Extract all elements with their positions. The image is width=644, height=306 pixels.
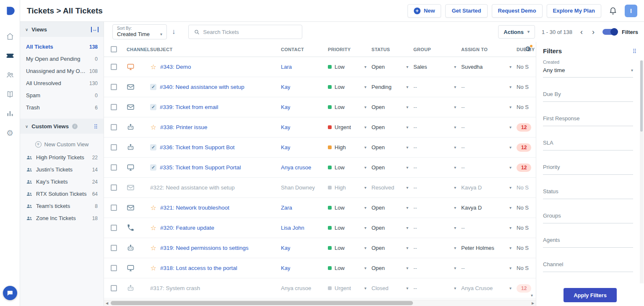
scroll-left-icon[interactable]	[104, 301, 110, 305]
ticket-subject-link[interactable]: #320: Feature update	[160, 225, 214, 231]
priority-dropdown[interactable]: Low	[328, 104, 371, 110]
contact-link[interactable]: Anya crusoe	[281, 285, 311, 291]
drag-grid-icon[interactable]	[632, 48, 637, 54]
check-icon[interactable]	[150, 84, 156, 90]
priority-dropdown[interactable]: Low	[328, 84, 371, 90]
contact-link[interactable]: Lisa John	[281, 225, 304, 231]
filter-created-dropdown[interactable]: Created Any time	[543, 60, 633, 78]
sidebar-custom-view-item[interactable]: RTX Solution Tickets 64	[20, 188, 104, 200]
ticket-subject-link[interactable]: #318: Lost access to the portal	[160, 265, 237, 271]
contact-link[interactable]: Kay	[281, 265, 290, 271]
user-avatar[interactable]: I	[625, 5, 637, 17]
priority-dropdown[interactable]: Low	[328, 164, 371, 171]
sidebar-custom-view-item[interactable]: Justin's Tickets 14	[20, 163, 104, 176]
contacts-icon[interactable]	[5, 70, 15, 80]
new-ticket-button[interactable]: New	[408, 4, 441, 18]
sidebar-custom-view-item[interactable]: Team's tickets 8	[20, 200, 104, 212]
header-subject[interactable]: SUBJECT	[150, 47, 281, 52]
header-status[interactable]: STATUS	[371, 47, 413, 52]
table-row[interactable]: #318: Lost access to the portal Kay Low …	[104, 258, 536, 278]
filter-field[interactable]: SLA	[543, 126, 633, 150]
group-dropdown[interactable]: --	[413, 205, 461, 211]
sidebar-custom-view-item[interactable]: Kay's Tickets 24	[20, 176, 104, 188]
table-row[interactable]: #319: Need permissions to settings Kay L…	[104, 238, 536, 258]
explore-plan-button[interactable]: Explore My Plan	[547, 4, 601, 18]
table-row[interactable]: #317: System crash Anya crusoe Urgent Cl…	[104, 278, 536, 298]
priority-dropdown[interactable]: Low	[328, 205, 371, 211]
priority-dropdown[interactable]: Urgent	[328, 124, 371, 130]
assign-dropdown[interactable]: --	[461, 164, 517, 171]
table-row[interactable]: #340: Need assistance with setup Kay Low…	[104, 77, 536, 97]
star-icon[interactable]	[150, 225, 157, 231]
admin-gear-icon[interactable]: ⚙	[5, 128, 15, 137]
scrollbar-thumb[interactable]	[111, 301, 413, 305]
contact-link[interactable]: Lara	[281, 64, 292, 70]
sidebar-custom-view-item[interactable]: High Priority Tickets 22	[20, 151, 104, 163]
row-checkbox[interactable]	[111, 64, 117, 70]
select-all-checkbox[interactable]	[111, 46, 117, 52]
assign-dropdown[interactable]: --	[461, 124, 517, 130]
sidebar-view-item[interactable]: All Tickets 138	[20, 41, 104, 53]
assign-dropdown[interactable]: --	[461, 225, 517, 231]
table-row[interactable]: #336: Ticket from Support Bot Kay High O…	[104, 137, 536, 158]
group-dropdown[interactable]: --	[413, 84, 461, 90]
horizontal-scrollbar[interactable]	[104, 300, 536, 306]
status-dropdown[interactable]: Open	[371, 245, 413, 251]
views-section-header[interactable]: Views	[20, 22, 104, 37]
row-checkbox[interactable]	[111, 144, 117, 150]
row-checkbox[interactable]	[111, 124, 117, 130]
contact-link[interactable]: Kay	[281, 124, 290, 130]
filters-scrollbar[interactable]	[640, 60, 644, 283]
group-dropdown[interactable]: --	[413, 164, 461, 171]
ticket-subject-link[interactable]: #338: Printer issue	[160, 124, 208, 130]
group-dropdown[interactable]: --	[413, 265, 461, 271]
custom-views-section-header[interactable]: Custom Views	[20, 119, 104, 134]
contact-link[interactable]: Zara	[281, 205, 292, 211]
check-icon[interactable]	[150, 144, 156, 150]
ticket-subject-link[interactable]: #317: System crash	[150, 285, 200, 291]
contact-link[interactable]: Kay	[281, 84, 290, 90]
row-checkbox[interactable]	[111, 184, 117, 191]
assign-dropdown[interactable]: Suvedha	[461, 64, 517, 70]
sort-dropdown[interactable]: Sort By: Created Time	[112, 24, 167, 39]
contact-link[interactable]: Anya crusoe	[281, 164, 311, 171]
assign-dropdown[interactable]: --	[461, 104, 517, 110]
table-settings-gear-icon[interactable]	[525, 46, 531, 52]
priority-dropdown[interactable]: High	[328, 144, 371, 150]
freshdesk-logo-icon[interactable]	[0, 0, 20, 22]
apply-filters-button[interactable]: Apply Filters	[564, 288, 617, 302]
status-dropdown[interactable]: Open	[371, 205, 413, 211]
actions-button[interactable]: Actions	[498, 25, 535, 39]
table-row[interactable]: #321: Network troubleshoot Zara Low Open…	[104, 198, 536, 218]
assign-dropdown[interactable]: Anya Crusoe	[461, 285, 517, 291]
assign-dropdown[interactable]: Peter Holmes	[461, 245, 517, 251]
home-icon[interactable]	[5, 32, 15, 41]
assign-dropdown[interactable]: --	[461, 144, 517, 150]
help-chat-icon[interactable]	[3, 286, 17, 300]
drag-grid-icon[interactable]	[93, 124, 99, 129]
scroll-down-icon[interactable]	[531, 293, 533, 298]
notifications-bell-icon[interactable]	[609, 7, 617, 15]
row-checkbox[interactable]	[111, 84, 117, 90]
search-box[interactable]	[188, 25, 302, 39]
header-priority[interactable]: PRIORITY	[328, 47, 371, 52]
expand-panel-icon[interactable]	[91, 27, 99, 32]
ticket-subject-link[interactable]: #322: Need assistance with setup	[150, 184, 235, 191]
row-checkbox[interactable]	[111, 245, 117, 251]
priority-dropdown[interactable]: Urgent	[328, 285, 371, 291]
status-dropdown[interactable]: Open	[371, 265, 413, 271]
sort-direction-icon[interactable]	[172, 28, 176, 36]
status-dropdown[interactable]: Open	[371, 144, 413, 150]
ticket-subject-link[interactable]: #339: Ticket from email	[160, 104, 218, 110]
group-dropdown[interactable]: --	[413, 225, 461, 231]
filter-field[interactable]: Channel	[543, 248, 633, 272]
table-row[interactable]: #339: Ticket from email Kay Low Open -- …	[104, 97, 536, 117]
tickets-icon[interactable]	[5, 51, 15, 60]
table-row[interactable]: #320: Feature update Lisa John Low Open …	[104, 218, 536, 238]
sidebar-view-item[interactable]: Trash 6	[20, 101, 104, 114]
check-icon[interactable]	[150, 164, 156, 171]
ticket-subject-link[interactable]: #340: Need assistance with setup	[160, 84, 244, 90]
analytics-icon[interactable]	[5, 109, 15, 118]
sidebar-custom-view-item[interactable]: Zone Inc Tickets 18	[20, 212, 104, 224]
next-page-chevron[interactable]	[591, 28, 596, 36]
